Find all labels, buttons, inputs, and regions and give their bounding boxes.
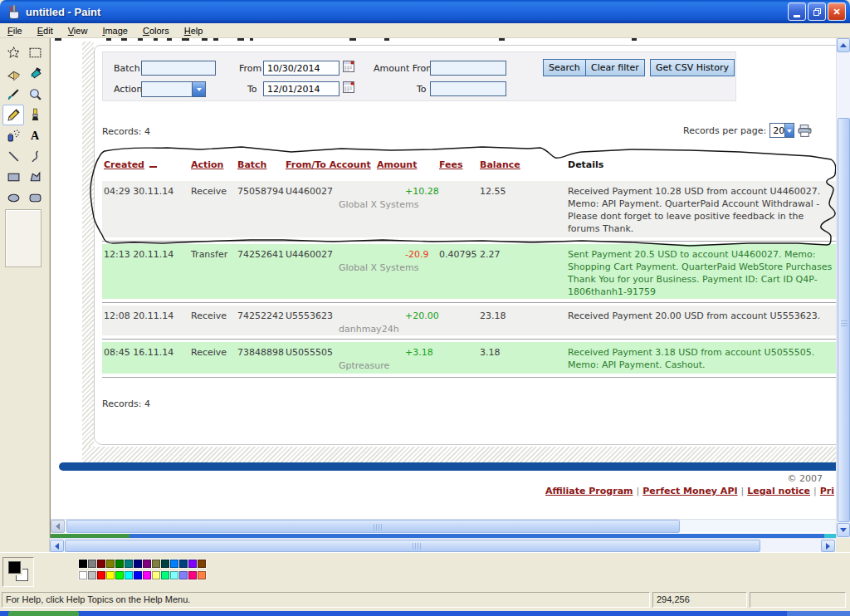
color-swatch[interactable] (198, 560, 206, 568)
scroll-left-icon[interactable] (51, 520, 65, 533)
menu-file[interactable]: File (0, 24, 30, 37)
text-icon[interactable]: A (24, 125, 46, 146)
horizontal-scrollbar-thumb[interactable] (65, 540, 760, 552)
color-swatch[interactable] (152, 571, 160, 579)
color-swatch[interactable] (179, 571, 188, 579)
color-swatch[interactable] (134, 571, 142, 579)
rectangle-icon[interactable] (2, 167, 24, 188)
scroll-left-icon[interactable] (50, 540, 64, 552)
color-swatch[interactable] (79, 560, 87, 568)
calendar-from-icon[interactable] (343, 61, 354, 72)
color-swatch[interactable] (115, 560, 124, 568)
close-button[interactable]: ✕ (828, 2, 846, 21)
header-account[interactable]: From/To Account (286, 159, 377, 170)
link-perfect-money-api[interactable]: Perfect Money API (642, 486, 737, 496)
color-swatch[interactable] (88, 560, 96, 568)
horizontal-scrollbar[interactable] (50, 538, 836, 552)
polygon-icon[interactable] (24, 167, 46, 188)
batch-input[interactable] (141, 61, 216, 76)
sort-indicator-icon (149, 166, 157, 168)
color-swatch[interactable] (179, 560, 188, 568)
color-swatch[interactable] (106, 560, 115, 568)
curve-icon[interactable] (24, 146, 46, 167)
color-swatch[interactable] (143, 560, 151, 568)
color-swatch[interactable] (170, 560, 178, 568)
rounded-rectangle-icon[interactable] (24, 188, 46, 208)
menu-colors[interactable]: Colors (135, 24, 177, 37)
color-swatch[interactable] (161, 571, 169, 579)
search-button[interactable]: Search (543, 59, 586, 76)
transactions-table: Created Action Batch From/To Account Amo… (102, 159, 836, 380)
paint-canvas[interactable]: Batch From Amount From Search Clear filt… (50, 38, 836, 538)
color-swatch[interactable] (188, 571, 197, 579)
header-created[interactable]: Created (102, 159, 191, 170)
freeform-select-icon[interactable] (2, 42, 24, 63)
cell-balance: 23.18 (480, 310, 568, 335)
link-truncated[interactable]: Pri (820, 486, 834, 496)
minimize-button[interactable] (788, 2, 806, 21)
scroll-down-icon[interactable] (837, 523, 850, 537)
header-action[interactable]: Action (191, 159, 237, 170)
menu-view[interactable]: View (61, 24, 95, 37)
date-to-input[interactable] (263, 81, 340, 96)
color-swatch[interactable] (115, 571, 124, 579)
menu-image[interactable]: Image (95, 24, 135, 37)
clear-filter-button[interactable]: Clear filter (585, 59, 645, 76)
color-swatch[interactable] (161, 560, 169, 568)
color-swatch[interactable] (188, 560, 197, 568)
get-csv-history-button[interactable]: Get CSV History (650, 59, 735, 76)
color-swatch[interactable] (143, 571, 151, 579)
rect-select-icon[interactable] (24, 42, 46, 63)
records-per-page-value: 20 (770, 125, 784, 136)
amount-from-label: Amount From (374, 63, 435, 74)
cell-balance: 2.27 (480, 248, 568, 299)
scroll-up-icon[interactable] (837, 38, 850, 52)
palette-row-2 (79, 571, 207, 579)
table-header-row: Created Action Batch From/To Account Amo… (102, 159, 836, 170)
records-per-page-select[interactable]: 20 (769, 123, 794, 138)
page-scrollbar-thumb[interactable] (66, 520, 680, 533)
pencil-icon[interactable] (2, 105, 24, 125)
eraser-icon[interactable] (2, 63, 24, 84)
link-affiliate-program[interactable]: Affiliate Program (545, 486, 633, 496)
vertical-scrollbar[interactable] (836, 38, 850, 538)
restore-button[interactable] (808, 2, 826, 21)
vertical-scrollbar-thumb[interactable] (838, 118, 850, 522)
menu-help[interactable]: Help (177, 24, 211, 37)
brush-icon[interactable] (24, 105, 46, 125)
action-select[interactable] (141, 81, 206, 97)
page-horizontal-scrollbar[interactable] (51, 519, 836, 532)
airbrush-icon[interactable] (2, 125, 24, 146)
color-picker-icon[interactable] (2, 84, 24, 105)
color-swatch[interactable] (125, 560, 133, 568)
calendar-to-icon[interactable] (343, 81, 354, 93)
header-batch[interactable]: Batch (237, 159, 286, 170)
current-colors-indicator[interactable] (2, 557, 34, 587)
menu-edit[interactable]: Edit (30, 24, 61, 37)
color-swatch[interactable] (134, 560, 142, 568)
ellipse-icon[interactable] (2, 188, 24, 208)
amount-to-input[interactable] (430, 81, 506, 96)
date-from-input[interactable] (263, 61, 340, 76)
scroll-right-icon[interactable] (821, 540, 835, 552)
color-swatch[interactable] (97, 560, 105, 568)
fill-icon[interactable] (24, 63, 46, 84)
cell-created: 04:29 30.11.14 (102, 185, 191, 237)
printer-icon[interactable] (798, 125, 812, 137)
color-swatch[interactable] (97, 571, 105, 579)
color-swatch[interactable] (79, 571, 87, 579)
header-fees[interactable]: Fees (439, 159, 480, 170)
header-amount[interactable]: Amount (377, 159, 439, 170)
header-balance[interactable]: Balance (480, 159, 568, 170)
color-swatch[interactable] (170, 571, 178, 579)
table-row: 12:13 20.11.14 Transfer 74252641 U446002… (102, 244, 836, 299)
link-legal-notice[interactable]: Legal notice (747, 486, 810, 496)
color-swatch[interactable] (152, 560, 160, 568)
color-swatch[interactable] (125, 571, 133, 579)
magnifier-icon[interactable] (24, 84, 46, 105)
line-icon[interactable] (2, 146, 24, 167)
color-swatch[interactable] (198, 571, 206, 579)
amount-from-input[interactable] (430, 61, 506, 76)
color-swatch[interactable] (106, 571, 115, 579)
color-swatch[interactable] (88, 571, 96, 579)
